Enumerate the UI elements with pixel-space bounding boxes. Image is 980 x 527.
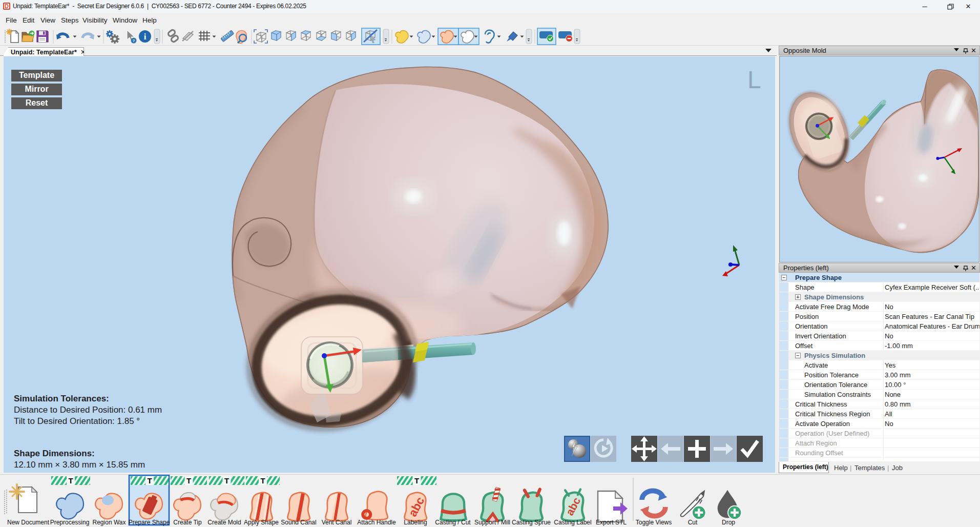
svg-text:New Document: New Document bbox=[7, 519, 50, 526]
svg-text:Casting Sprue: Casting Sprue bbox=[512, 519, 551, 526]
svg-text:Vent Canal: Vent Canal bbox=[322, 519, 352, 526]
svg-text:T: T bbox=[414, 476, 419, 485]
svg-text:Labeling: Labeling bbox=[404, 519, 427, 526]
svg-text:i: i bbox=[144, 32, 147, 42]
svg-text:T: T bbox=[260, 476, 265, 485]
svg-text:Casting Label: Casting Label bbox=[554, 519, 591, 526]
svg-text:Create Tip: Create Tip bbox=[173, 519, 202, 526]
svg-text:Casting / Cut: Casting / Cut bbox=[435, 519, 471, 526]
svg-text:T: T bbox=[147, 476, 152, 485]
svg-text:Preprocessing: Preprocessing bbox=[50, 519, 90, 526]
svg-text:Support / Mill: Support / Mill bbox=[474, 519, 510, 526]
svg-text:T: T bbox=[224, 476, 229, 485]
svg-text:Create Mold: Create Mold bbox=[207, 519, 241, 526]
svg-text:Toggle Views: Toggle Views bbox=[636, 519, 672, 526]
svg-text:Attach Handle: Attach Handle bbox=[357, 519, 396, 526]
svg-text:Sound Canal: Sound Canal bbox=[281, 519, 316, 526]
svg-text:T: T bbox=[186, 476, 191, 485]
svg-text:Region Wax: Region Wax bbox=[93, 519, 126, 526]
svg-text:?: ? bbox=[133, 38, 135, 43]
svg-text:Drop: Drop bbox=[722, 519, 735, 526]
svg-text:Export STL: Export STL bbox=[596, 519, 627, 526]
svg-text:Cut: Cut bbox=[688, 519, 698, 526]
svg-text:T: T bbox=[68, 476, 73, 485]
svg-text:Apply Shape: Apply Shape bbox=[244, 519, 279, 526]
svg-text:Prepare Shape: Prepare Shape bbox=[129, 519, 170, 526]
